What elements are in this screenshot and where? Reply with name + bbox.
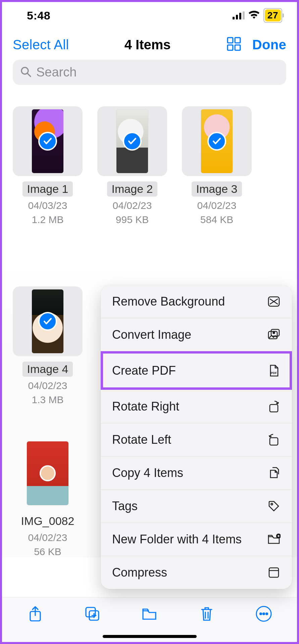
svg-rect-0 (233, 17, 235, 19)
file-thumbnail[interactable] (13, 286, 83, 356)
duplicate-button[interactable] (84, 605, 101, 624)
svg-rect-15 (270, 405, 278, 412)
bottom-toolbar (0, 597, 299, 644)
svg-rect-4 (228, 38, 233, 43)
menu-create-pdf[interactable]: Create PDF PDF (101, 351, 292, 390)
selection-check-icon (207, 132, 226, 151)
file-date-label: 04/02/23 (113, 200, 152, 211)
menu-compress[interactable]: Compress (101, 556, 292, 589)
cellular-icon (233, 9, 245, 22)
search-field[interactable] (13, 60, 286, 85)
file-thumbnail[interactable] (182, 106, 252, 176)
file-item[interactable]: IMG_0082 04/02/23 56 KB (13, 438, 83, 557)
menu-label: New Folder with 4 Items (112, 532, 242, 546)
menu-label: Remove Background (112, 294, 225, 309)
file-date-label: 04/02/23 (28, 532, 67, 543)
selection-check-icon (38, 132, 57, 151)
status-bar: 5:48 27 (0, 0, 299, 26)
navigation-bar: Select All 4 Items Done (0, 26, 299, 58)
remove-bg-icon (267, 295, 281, 308)
svg-line-9 (28, 73, 31, 76)
share-button[interactable] (27, 605, 44, 624)
svg-point-25 (263, 613, 264, 614)
pdf-icon: PDF (267, 364, 281, 377)
svg-rect-16 (270, 438, 278, 445)
menu-copy-items[interactable]: Copy 4 Items (101, 456, 292, 489)
menu-label: Tags (112, 499, 138, 513)
rotate-right-icon (267, 400, 281, 413)
home-indicator[interactable] (103, 635, 197, 638)
search-input[interactable] (36, 65, 279, 79)
file-name-label: Image 4 (22, 362, 73, 377)
page-title: 4 Items (124, 37, 171, 52)
svg-rect-3 (243, 11, 245, 19)
menu-rotate-right[interactable]: Rotate Right (101, 390, 292, 423)
rotate-left-icon (267, 433, 281, 446)
new-folder-icon (267, 533, 281, 546)
view-grid-icon[interactable] (226, 36, 242, 53)
svg-text:PDF: PDF (271, 371, 277, 375)
svg-rect-6 (228, 45, 233, 50)
search-icon (20, 66, 32, 79)
file-item[interactable]: Image 2 04/02/23 995 KB (97, 106, 167, 225)
menu-label: Compress (112, 566, 167, 580)
svg-rect-1 (236, 15, 238, 19)
svg-rect-5 (235, 38, 240, 43)
menu-rotate-left[interactable]: Rotate Left (101, 423, 292, 456)
menu-label: Convert Image (112, 328, 191, 342)
svg-point-24 (260, 613, 261, 614)
file-thumbnail[interactable] (13, 106, 83, 176)
file-size-label: 1.3 MB (32, 394, 63, 406)
svg-point-13 (273, 332, 275, 334)
menu-tags[interactable]: Tags (101, 489, 292, 523)
delete-button[interactable] (198, 605, 215, 624)
file-size-label: 584 KB (200, 214, 233, 225)
file-name-label: Image 2 (107, 181, 158, 197)
file-size-label: 995 KB (116, 214, 149, 225)
more-button[interactable] (255, 605, 272, 624)
convert-image-icon (267, 328, 281, 341)
menu-label: Rotate Right (112, 399, 179, 414)
menu-convert-image[interactable]: Convert Image (101, 318, 292, 351)
file-size-label: 1.2 MB (32, 214, 63, 225)
menu-label: Rotate Left (112, 433, 171, 447)
tags-icon (267, 499, 281, 513)
svg-point-26 (266, 613, 267, 614)
context-menu: Remove Background Convert Image Create P… (101, 285, 292, 589)
copy-icon (267, 466, 281, 480)
svg-point-17 (271, 503, 273, 505)
status-time: 5:48 (27, 9, 50, 22)
menu-new-folder[interactable]: New Folder with 4 Items (101, 523, 292, 556)
file-name-label: Image 3 (192, 181, 242, 197)
selection-check-icon (38, 312, 57, 331)
file-name-label: IMG_0082 (21, 514, 74, 529)
compress-icon (267, 566, 281, 579)
file-item[interactable]: Image 3 04/02/23 584 KB (182, 106, 252, 225)
select-all-button[interactable]: Select All (13, 37, 69, 52)
menu-label: Copy 4 Items (112, 466, 183, 480)
file-thumbnail[interactable] (13, 438, 83, 508)
file-item[interactable]: Image 4 04/02/23 1.3 MB (13, 286, 83, 406)
file-date-label: 04/03/23 (28, 200, 67, 211)
move-button[interactable] (141, 605, 158, 624)
file-item[interactable]: Image 1 04/03/23 1.2 MB (13, 106, 83, 225)
wifi-icon (248, 9, 260, 22)
selection-check-icon (123, 132, 142, 151)
file-thumbnail[interactable] (97, 106, 167, 176)
selection-ring-icon (40, 465, 56, 481)
menu-remove-background[interactable]: Remove Background (101, 285, 292, 318)
svg-rect-7 (235, 45, 240, 50)
svg-rect-2 (239, 13, 241, 19)
battery-indicator: 27 (263, 8, 282, 23)
battery-percent: 27 (265, 9, 281, 21)
file-name-label: Image 1 (22, 181, 73, 197)
done-button[interactable]: Done (252, 37, 286, 52)
svg-rect-12 (271, 329, 279, 336)
file-date-label: 04/02/23 (197, 200, 237, 211)
svg-rect-19 (269, 568, 279, 577)
menu-label: Create PDF (112, 364, 176, 378)
file-size-label: 56 KB (34, 546, 61, 557)
file-date-label: 04/02/23 (28, 380, 67, 391)
